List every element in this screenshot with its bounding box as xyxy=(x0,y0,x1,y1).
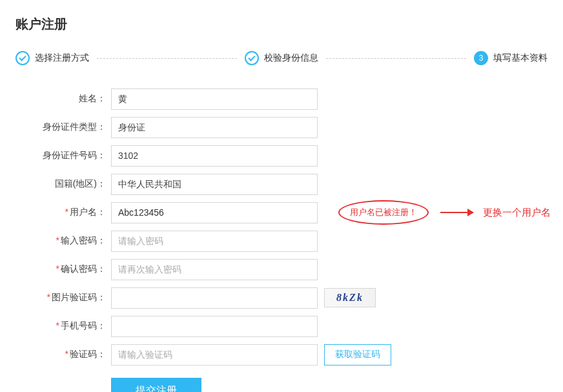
error-message: 用户名已被注册！ xyxy=(338,200,429,225)
error-hint: 更换一个用户名 xyxy=(483,207,551,219)
confirm-password-input[interactable] xyxy=(111,259,318,280)
label-nationality: 国籍(地区)： xyxy=(35,178,111,190)
step-2: 校验身份信息 xyxy=(245,51,318,65)
step-divider xyxy=(326,58,466,59)
password-input[interactable] xyxy=(111,231,318,252)
captcha-image[interactable]: 8kZk xyxy=(324,288,376,307)
name-value: 黄 xyxy=(111,88,318,110)
step-3-number: 3 xyxy=(474,51,488,65)
label-phone: *手机号码： xyxy=(35,320,111,332)
id-number-value: 3102 xyxy=(111,145,318,167)
label-id-number: 身份证件号码： xyxy=(35,150,111,161)
steps-bar: 选择注册方式 校验身份信息 3 填写基本资料 xyxy=(15,51,548,65)
step-3-label: 填写基本资料 xyxy=(493,52,548,64)
label-id-type: 身份证件类型： xyxy=(35,121,111,133)
label-sms-code: *验证码： xyxy=(35,349,111,360)
step-divider xyxy=(97,58,237,59)
label-password: *输入密码： xyxy=(35,235,111,247)
arrow-icon xyxy=(440,212,473,213)
label-confirm-password: *确认密码： xyxy=(35,263,111,275)
username-input[interactable] xyxy=(111,202,318,223)
check-icon xyxy=(15,51,30,65)
captcha-input[interactable] xyxy=(111,287,318,309)
phone-input[interactable] xyxy=(111,316,318,337)
label-name: 姓名： xyxy=(35,93,111,105)
submit-button[interactable]: 提交注册 xyxy=(111,378,201,392)
label-captcha: *图片验证码： xyxy=(35,292,111,304)
sms-code-input[interactable] xyxy=(111,344,318,366)
step-1: 选择注册方式 xyxy=(15,51,89,65)
step-1-label: 选择注册方式 xyxy=(35,52,89,64)
step-3: 3 填写基本资料 xyxy=(474,51,548,65)
label-username: *用户名： xyxy=(35,207,111,218)
id-type-value: 身份证 xyxy=(111,117,318,138)
nationality-value: 中华人民共和国 xyxy=(111,174,318,195)
check-icon xyxy=(245,51,259,65)
registration-form: 姓名： 黄 身份证件类型： 身份证 身份证件号码： 3102 国籍(地区)： 中… xyxy=(35,87,548,392)
get-code-button[interactable]: 获取验证码 xyxy=(324,344,391,366)
step-2-label: 校验身份信息 xyxy=(264,52,318,64)
page-title: 账户注册 xyxy=(15,15,548,33)
